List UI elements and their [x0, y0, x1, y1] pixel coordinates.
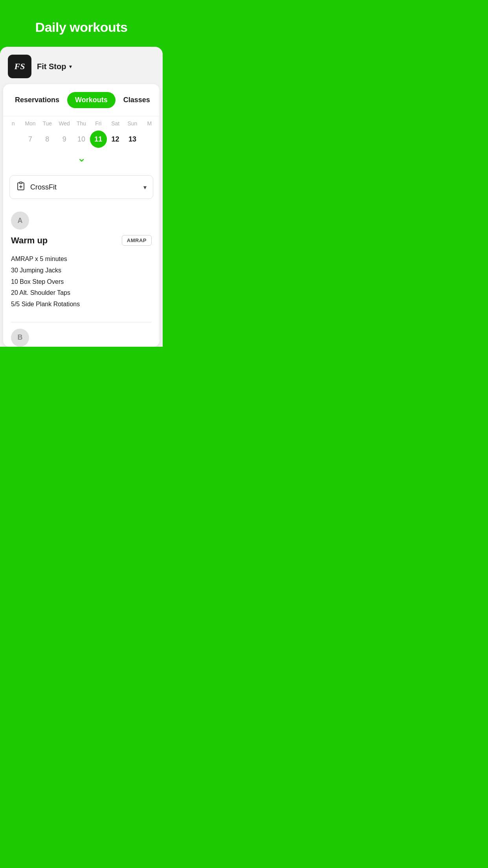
main-content-card: Reservations Workouts Classes n Mon Tue … [3, 84, 160, 347]
day-label-tue: Tue [39, 120, 56, 127]
day-label-wed: Wed [56, 120, 73, 127]
workout-line-1: AMRAP x 5 minutes [11, 254, 152, 265]
day-label-prev: n [5, 120, 22, 127]
gym-name-row[interactable]: Fit Stop ▾ [37, 62, 72, 71]
gym-dropdown-chevron-icon[interactable]: ▾ [69, 63, 72, 70]
section-a-workout-details: AMRAP x 5 minutes 30 Jumping Jacks 10 Bo… [11, 254, 152, 314]
gym-header: FS Fit Stop ▾ [0, 47, 163, 84]
day-label-sun: Sun [124, 120, 141, 127]
workout-line-4: 20 Alt. Shoulder Taps [11, 287, 152, 299]
dates-row: 7 8 9 10 11 12 13 [3, 131, 160, 148]
tab-classes[interactable]: Classes [116, 92, 158, 108]
day-label-sat: Sat [107, 120, 124, 127]
section-a-header: Warm up AMRAP [11, 235, 152, 246]
date-9[interactable]: 9 [56, 131, 73, 148]
workout-type-name: CrossFit [30, 183, 139, 191]
date-8[interactable]: 8 [39, 131, 56, 148]
amrap-badge: AMRAP [122, 235, 152, 246]
chevron-down-icon: ⌄ [77, 153, 86, 164]
section-b-avatar: B [11, 329, 29, 347]
calendar-section: n Mon Tue Wed Thu Fri Sat Sun M 7 8 9 10… [3, 116, 160, 171]
day-label-next: M [141, 120, 158, 127]
workout-line-3: 10 Box Step Overs [11, 276, 152, 288]
workout-line-5: 5/5 Side Plank Rotations [11, 299, 152, 310]
section-divider [11, 322, 152, 322]
day-label-mon: Mon [22, 120, 39, 127]
date-prev [5, 131, 22, 148]
gym-logo: FS [8, 55, 31, 78]
workout-type-selector[interactable]: CrossFit ▾ [9, 175, 153, 199]
section-a-avatar: A [11, 211, 29, 230]
date-next [141, 131, 158, 148]
date-12[interactable]: 12 [107, 131, 124, 148]
date-13[interactable]: 13 [124, 131, 141, 148]
gym-logo-text: FS [15, 62, 25, 71]
page-title: Daily workouts [28, 0, 136, 47]
day-label-thu: Thu [73, 120, 90, 127]
date-10[interactable]: 10 [73, 131, 90, 148]
main-card-container: FS Fit Stop ▾ Reservations Workouts Clas… [0, 47, 163, 347]
workout-line-2: 30 Jumping Jacks [11, 265, 152, 276]
gym-name-label: Fit Stop [37, 62, 66, 71]
section-a-title: Warm up [11, 235, 48, 246]
tab-reservations[interactable]: Reservations [7, 92, 67, 108]
tabs-row: Reservations Workouts Classes [3, 92, 160, 116]
date-7[interactable]: 7 [22, 131, 39, 148]
svg-rect-0 [20, 182, 22, 184]
calendar-expand-button[interactable]: ⌄ [3, 148, 160, 167]
date-11-active[interactable]: 11 [90, 131, 107, 148]
tab-workouts[interactable]: Workouts [67, 92, 116, 108]
section-a-block: A Warm up AMRAP AMRAP x 5 minutes 30 Jum… [3, 204, 160, 318]
days-labels-row: n Mon Tue Wed Thu Fri Sat Sun M [3, 120, 160, 127]
workout-type-chevron-icon: ▾ [143, 184, 147, 191]
day-label-fri: Fri [90, 120, 107, 127]
clipboard-icon [16, 181, 26, 193]
